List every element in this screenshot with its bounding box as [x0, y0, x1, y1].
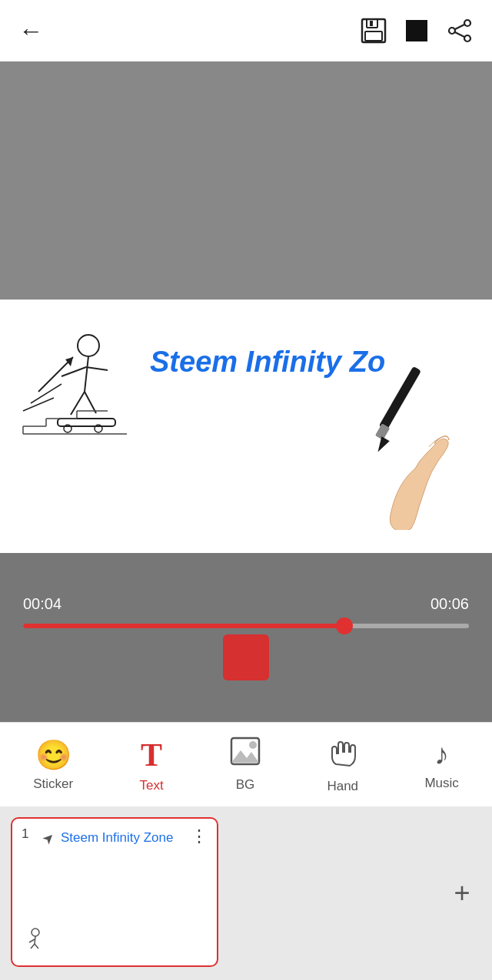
bg-icon: [230, 737, 261, 773]
clip-area: 1 ➤ Steem Infinity Zone ⋮ +: [0, 806, 492, 980]
hand-label: Hand: [327, 779, 358, 794]
svg-point-5: [449, 28, 455, 34]
timeline-area: 00:04 00:06: [0, 553, 492, 722]
scrubber-row[interactable]: [23, 624, 469, 628]
svg-marker-33: [231, 750, 259, 763]
current-time: 00:04: [23, 595, 62, 613]
svg-line-7: [455, 25, 464, 29]
stop-square-icon: [406, 20, 427, 41]
svg-rect-2: [365, 31, 382, 41]
time-display-row: 00:04 00:06: [23, 595, 469, 613]
bg-label: BG: [236, 777, 255, 793]
canvas-area: Steem Infinity Zo: [0, 300, 492, 553]
back-button[interactable]: ←: [18, 17, 43, 45]
tool-bg[interactable]: BG: [230, 737, 261, 793]
stop-button[interactable]: [403, 17, 430, 45]
hand-icon: [328, 735, 357, 774]
playback-stop-button[interactable]: [223, 634, 269, 680]
clip-sketch-icon: [22, 927, 49, 955]
scrubber-track[interactable]: [23, 624, 469, 628]
svg-marker-31: [374, 436, 389, 454]
svg-rect-3: [370, 21, 373, 26]
save-button[interactable]: [360, 17, 387, 45]
music-icon: ♪: [434, 738, 449, 771]
svg-marker-19: [65, 357, 73, 366]
sketch-figure: [15, 315, 142, 445]
text-icon: T: [141, 737, 162, 773]
preview-top: [0, 61, 492, 300]
svg-line-21: [23, 398, 54, 411]
scrubber-fill: [23, 624, 344, 628]
share-button[interactable]: [446, 17, 474, 45]
clip-arrow-icon: ➤: [38, 828, 58, 848]
add-clip-button[interactable]: +: [443, 874, 481, 912]
svg-line-8: [455, 32, 464, 37]
svg-rect-29: [379, 366, 421, 431]
svg-line-10: [85, 356, 88, 392]
music-label: Music: [424, 776, 458, 791]
tool-music[interactable]: ♪ Music: [424, 738, 458, 791]
tool-hand[interactable]: Hand: [327, 735, 358, 794]
svg-point-34: [249, 741, 257, 749]
clip-number: 1: [22, 826, 28, 842]
tool-text[interactable]: T Text: [140, 737, 164, 793]
svg-line-14: [85, 392, 96, 413]
clip-header-row: ➤ Steem Infinity Zone: [43, 829, 208, 846]
svg-line-36: [35, 936, 35, 944]
svg-line-20: [31, 384, 62, 403]
sticker-label: Sticker: [33, 776, 73, 792]
total-time: 00:06: [430, 595, 469, 613]
svg-line-37: [29, 939, 35, 942]
svg-line-38: [31, 944, 35, 949]
scrubber-thumb[interactable]: [336, 617, 353, 634]
clip-card-1[interactable]: 1 ➤ Steem Infinity Zone ⋮: [11, 817, 218, 967]
clip-title: Steem Infinity Zone: [61, 830, 173, 846]
sticker-icon: 😊: [35, 738, 71, 772]
svg-point-6: [464, 35, 470, 41]
bottom-toolbar: 😊 Sticker T Text BG Hand ♪ Music: [0, 722, 492, 806]
svg-point-4: [464, 20, 470, 26]
text-label: Text: [140, 778, 164, 793]
svg-line-39: [35, 944, 38, 949]
svg-line-11: [62, 367, 86, 376]
svg-point-35: [32, 929, 39, 936]
top-bar: ←: [0, 0, 492, 61]
clip-more-button[interactable]: ⋮: [191, 826, 208, 846]
svg-line-12: [86, 367, 108, 370]
hand-pen-illustration: [346, 361, 492, 530]
tool-sticker[interactable]: 😊 Sticker: [33, 738, 73, 792]
svg-point-9: [78, 335, 99, 356]
